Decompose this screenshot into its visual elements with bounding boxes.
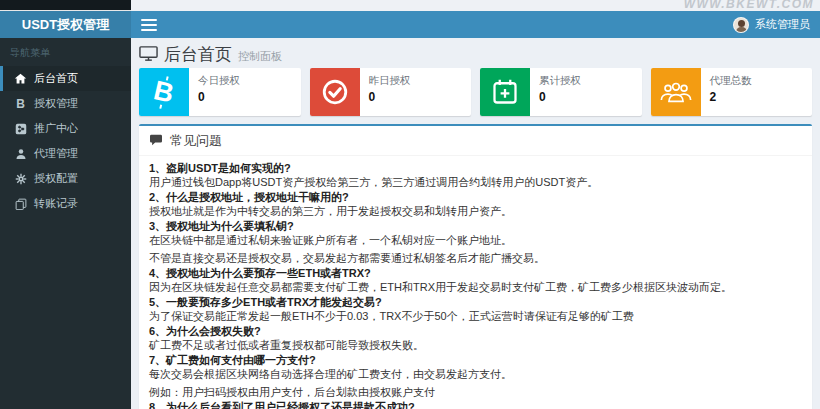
faq-question: 6、为什么会授权失败? — [149, 325, 802, 338]
sidebar-item-label: 推广中心 — [34, 121, 78, 136]
sidebar-item-label: 转账记录 — [34, 196, 78, 211]
faq-item: 8、为什么后台看到了用户已经授权了还是提款不成功? 用户发起授权的那笔交易没确认… — [149, 401, 802, 409]
faq-answer: 在区块链中都是通过私钥来验证账户所有者，一个私钥对应一个账户地址。 — [149, 234, 802, 247]
stat-value: 2 — [710, 90, 752, 104]
watermark-bar: www.bkewt.com — [131, 0, 820, 11]
faq-question: 2、什么是授权地址，授权地址干嘛用的? — [149, 191, 802, 204]
sidebar-item-config[interactable]: 授权配置 — [0, 166, 131, 191]
top-strip: www.bkewt.com — [0, 0, 820, 11]
app-window: www.bkewt.com USDT授权管理 系统管理员 导航菜单 后台首页 — [0, 0, 820, 409]
faq-item: 2、什么是授权地址，授权地址干嘛用的? 授权地址就是作为中转交易的第三方，用于发… — [149, 191, 802, 218]
share-square-icon — [14, 122, 27, 135]
faq-item: 3、授权地址为什么要填私钥? 在区块链中都是通过私钥来验证账户所有者，一个私钥对… — [149, 220, 802, 265]
content-area: 后台首页 控制面板 B 今日授权 0 — [131, 38, 820, 409]
sidebar-section-label: 导航菜单 — [0, 38, 131, 66]
main-layout: 导航菜单 后台首页 B 授权管理 — [0, 38, 820, 409]
stat-card-total: 累计授权 0 — [480, 68, 642, 116]
stats-row: B 今日授权 0 昨日授权 — [139, 68, 812, 116]
faq-header: 常见问题 — [139, 126, 812, 156]
stat-card-today: B 今日授权 0 — [139, 68, 301, 116]
stat-card-yesterday: 昨日授权 0 — [310, 68, 472, 116]
calendar-plus-icon — [480, 68, 530, 116]
faq-title: 常见问题 — [170, 132, 222, 150]
page-header: 后台首页 控制面板 — [139, 42, 812, 66]
faq-body: 1、盗刷USDT是如何实现的? 用户通过钱包Dapp将USDT资产授权给第三方，… — [139, 156, 812, 409]
faq-answer: 例如：用户扫码授权由用户支付，后台划款由授权账户支付 — [149, 386, 802, 399]
faq-item: 7、矿工费如何支付由哪一方支付? 每次交易会根据区块网络自动选择合理的矿工费支付… — [149, 354, 802, 399]
user-icon — [14, 147, 27, 160]
faq-item: 6、为什么会授权失败? 矿工费不足或者过低或者重复授权都可能导致授权失败。 — [149, 325, 802, 352]
navbar: USDT授权管理 系统管理员 — [0, 11, 820, 38]
faq-panel: 常见问题 1、盗刷USDT是如何实现的? 用户通过钱包Dapp将USDT资产授权… — [139, 124, 812, 409]
faq-item: 4、授权地址为什么要预存一些ETH或者TRX? 因为在区块链发起任意交易都需要支… — [149, 267, 802, 294]
faq-answer: 授权地址就是作为中转交易的第三方，用于发起授权交易和划转用户资产。 — [149, 205, 802, 218]
comment-icon — [149, 134, 163, 148]
faq-answer: 因为在区块链发起任意交易都需要支付矿工费，ETH和TRX用于发起交易时支付矿工费… — [149, 281, 802, 294]
top-strip-dark — [0, 0, 131, 11]
faq-question: 4、授权地址为什么要预存一些ETH或者TRX? — [149, 267, 802, 280]
sidebar-item-authorization[interactable]: B 授权管理 — [0, 91, 131, 116]
faq-question: 3、授权地址为什么要填私钥? — [149, 220, 802, 233]
stat-label: 今日授权 — [198, 74, 240, 88]
faq-question: 7、矿工费如何支付由哪一方支付? — [149, 354, 802, 367]
faq-answer: 不管是直接交易还是授权交易，交易发起方都需要通过私钥签名后才能广播交易。 — [149, 252, 802, 265]
stat-value: 0 — [198, 90, 240, 104]
faq-answer: 用户通过钱包Dapp将USDT资产授权给第三方，第三方通过调用合约划转用户的US… — [149, 176, 802, 189]
sidebar-item-promotion[interactable]: 推广中心 — [0, 116, 131, 141]
app-logo[interactable]: USDT授权管理 — [0, 11, 131, 38]
page-subtitle: 控制面板 — [238, 49, 282, 64]
navbar-main: 系统管理员 — [131, 11, 820, 38]
page-title: 后台首页 — [164, 43, 232, 66]
sidebar-item-agents[interactable]: 代理管理 — [0, 141, 131, 166]
sidebar-item-home[interactable]: 后台首页 — [0, 66, 131, 91]
stat-card-agents: 代理总数 2 — [651, 68, 813, 116]
gear-icon — [14, 172, 27, 185]
stat-label: 累计授权 — [539, 74, 581, 88]
user-avatar — [733, 17, 749, 33]
stat-value: 0 — [539, 90, 581, 104]
home-icon — [14, 72, 27, 85]
sidebar-item-label: 授权配置 — [34, 171, 78, 186]
stat-value: 0 — [369, 90, 411, 104]
sidebar-item-label: 后台首页 — [34, 71, 78, 86]
faq-item: 5、一般要预存多少ETH或者TRX才能发起交易? 为了保证交易能正常发起一般ET… — [149, 296, 802, 323]
bitcoin-icon: B — [14, 97, 27, 110]
faq-answer: 每次交易会根据区块网络自动选择合理的矿工费支付，由交易发起方支付。 — [149, 368, 802, 381]
sidebar-toggle-icon[interactable] — [141, 19, 157, 31]
sidebar-item-label: 代理管理 — [34, 146, 78, 161]
copy-icon — [14, 197, 27, 210]
faq-question: 1、盗刷USDT是如何实现的? — [149, 162, 802, 175]
faq-question: 5、一般要预存多少ETH或者TRX才能发起交易? — [149, 296, 802, 309]
faq-answer: 矿工费不足或者过低或者重复授权都可能导致授权失败。 — [149, 339, 802, 352]
stat-label: 昨日授权 — [369, 74, 411, 88]
users-icon — [651, 68, 701, 116]
faq-question: 8、为什么后台看到了用户已经授权了还是提款不成功? — [149, 401, 802, 409]
check-circle-icon — [310, 68, 360, 116]
faq-item: 1、盗刷USDT是如何实现的? 用户通过钱包Dapp将USDT资产授权给第三方，… — [149, 162, 802, 189]
username-label: 系统管理员 — [755, 17, 810, 32]
sidebar-item-transfer-records[interactable]: 转账记录 — [0, 191, 131, 216]
watermark: www.bkewt.com — [684, 0, 814, 11]
desktop-icon — [139, 45, 158, 64]
sidebar-item-label: 授权管理 — [34, 96, 78, 111]
sidebar: 导航菜单 后台首页 B 授权管理 — [0, 38, 131, 409]
stat-label: 代理总数 — [710, 74, 752, 88]
bitcoin-icon: B — [139, 68, 189, 116]
faq-answer: 为了保证交易能正常发起一般ETH不少于0.03，TRX不少于50个，正式运营时请… — [149, 310, 802, 323]
user-menu[interactable]: 系统管理员 — [733, 17, 810, 33]
